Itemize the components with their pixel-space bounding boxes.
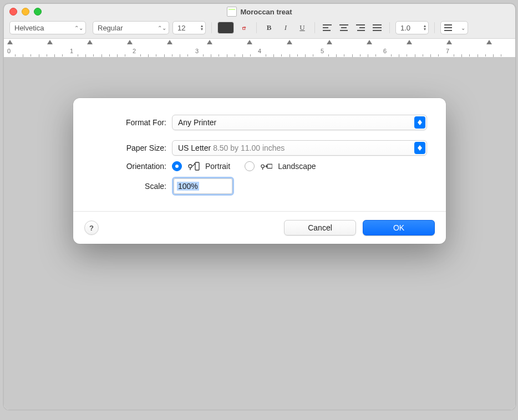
page-setup-dialog: Format For: Any Printer Paper Size: US L… xyxy=(73,98,446,244)
modal-overlay: Format For: Any Printer Paper Size: US L… xyxy=(4,4,515,409)
svg-point-4 xyxy=(189,165,192,168)
format-for-popup[interactable]: Any Printer xyxy=(172,115,427,130)
orientation-landscape-radio[interactable] xyxy=(245,161,255,171)
portrait-icon xyxy=(187,161,200,171)
ok-button-label: OK xyxy=(393,223,404,232)
paper-size-popup[interactable]: US Letter 8.50 by 11.00 inches xyxy=(172,140,427,156)
format-for-value: Any Printer xyxy=(178,118,216,127)
app-window: Moroccan treat Helvetica ⌃⌄ Regular ⌃⌄ 1… xyxy=(3,3,516,410)
svg-point-7 xyxy=(261,165,265,168)
popup-arrows-icon xyxy=(414,116,425,129)
help-icon: ? xyxy=(89,224,94,232)
orientation-label: Orientation: xyxy=(92,162,172,171)
orientation-landscape-label: Landscape xyxy=(278,162,316,171)
paper-size-detail: 8.50 by 11.00 inches xyxy=(213,144,285,152)
svg-marker-3 xyxy=(418,148,422,151)
paper-size-value: US Letter xyxy=(178,144,211,152)
scale-input[interactable]: 100% xyxy=(172,177,234,196)
svg-rect-6 xyxy=(195,162,199,170)
orientation-portrait-label: Portrait xyxy=(205,162,230,171)
svg-rect-9 xyxy=(267,164,272,168)
popup-arrows-icon xyxy=(414,142,425,154)
landscape-icon xyxy=(260,161,272,171)
paper-size-label: Paper Size: xyxy=(92,144,172,152)
help-button[interactable]: ? xyxy=(84,221,99,235)
scale-label: Scale: xyxy=(92,182,172,191)
cancel-button-label: Cancel xyxy=(308,223,332,232)
format-for-label: Format For: xyxy=(92,118,172,127)
ok-button[interactable]: OK xyxy=(363,220,435,235)
orientation-portrait-radio[interactable] xyxy=(172,161,182,171)
scale-value: 100% xyxy=(177,182,199,191)
cancel-button[interactable]: Cancel xyxy=(284,220,356,235)
svg-marker-1 xyxy=(418,122,422,125)
